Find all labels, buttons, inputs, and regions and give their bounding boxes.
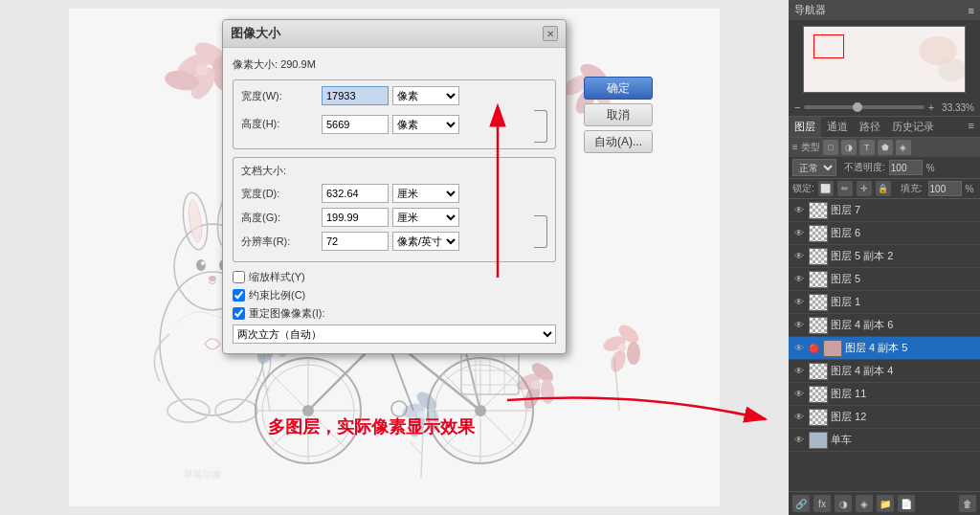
- confirm-button[interactable]: 确定: [584, 77, 653, 100]
- opacity-input[interactable]: [889, 160, 923, 175]
- layer-visibility-icon[interactable]: 👁: [792, 204, 806, 217]
- resolution-row: 分辨率(R): 像素/英寸: [241, 232, 532, 251]
- opacity-label: 不透明度:: [844, 161, 885, 174]
- layer-item[interactable]: 👁 图层 12: [789, 406, 980, 429]
- cancel-button[interactable]: 取消: [584, 103, 653, 126]
- scale-styles-checkbox[interactable]: [233, 271, 245, 283]
- adjust-filter-icon[interactable]: ◑: [841, 140, 857, 155]
- layer-item[interactable]: 👁 图层 5 副本 2: [789, 245, 980, 268]
- new-group-icon[interactable]: 📁: [877, 495, 894, 512]
- tab-channels[interactable]: 通道: [821, 117, 854, 137]
- doc-width-label: 宽度(D):: [241, 187, 318, 201]
- layer-thumbnail: [809, 248, 828, 265]
- layer-name: 图层 7: [831, 203, 976, 217]
- resolution-label: 分辨率(R):: [241, 235, 318, 249]
- layer-visibility-icon[interactable]: 👁: [792, 273, 806, 286]
- layer-visibility-icon[interactable]: 👁: [792, 250, 806, 263]
- pixel-filter-icon[interactable]: □: [823, 140, 838, 155]
- resolution-unit-select[interactable]: 像素/英寸: [392, 232, 459, 251]
- blend-mode-select[interactable]: 正常: [792, 159, 836, 176]
- layer-item[interactable]: 👁 图层 6: [789, 222, 980, 245]
- doc-height-unit-select[interactable]: 厘米: [392, 208, 459, 227]
- shape-filter-icon[interactable]: ⬟: [878, 140, 893, 155]
- zoom-in-icon[interactable]: +: [928, 101, 934, 113]
- link-layers-icon[interactable]: 🔗: [792, 495, 810, 512]
- resample-checkbox[interactable]: [233, 307, 245, 320]
- doc-width-input[interactable]: [322, 184, 389, 203]
- dialog-body: 像素大小: 290.9M 宽度(W): 像素: [223, 48, 566, 353]
- layer-visibility-icon[interactable]: 👁: [792, 388, 806, 401]
- fill-input[interactable]: [928, 181, 962, 196]
- doc-height-input[interactable]: [322, 208, 389, 227]
- layer-visibility-icon[interactable]: 👁: [792, 342, 806, 355]
- panel-menu-icon[interactable]: ≡: [963, 117, 980, 137]
- auto-button[interactable]: 自动(A)...: [584, 130, 653, 153]
- layer-name: 图层 5: [831, 272, 976, 286]
- lock-paint-icon[interactable]: ✏: [837, 181, 853, 196]
- height-input[interactable]: [322, 115, 389, 134]
- layer-name: 单车: [831, 433, 976, 447]
- layer-name: 图层 4 副本 6: [831, 318, 976, 332]
- resample-row: 重定图像像素(I):: [233, 306, 556, 321]
- layer-mask-icon[interactable]: ◑: [835, 495, 852, 512]
- layer-item[interactable]: 👁 图层 7: [789, 199, 980, 222]
- zoom-out-icon[interactable]: −: [794, 101, 800, 113]
- image-size-dialog: 图像大小 ✕ 像素大小: 290.9M 宽度(W):: [222, 19, 567, 354]
- layers-mode-row: 正常 不透明度: %: [789, 157, 980, 179]
- width-row: 宽度(W): 像素: [241, 86, 547, 105]
- navigator-title: 导航器: [794, 3, 826, 17]
- type-filter-icon[interactable]: T: [859, 140, 875, 155]
- tab-paths[interactable]: 路径: [854, 117, 886, 137]
- doc-size-title: 文档大小:: [241, 164, 547, 178]
- layer-visibility-icon[interactable]: 👁: [792, 411, 806, 424]
- height-label: 高度(H):: [241, 117, 318, 131]
- layer-item-active[interactable]: 👁 🔴 图层 4 副本 5: [789, 337, 980, 360]
- layers-bottom-bar: 🔗 fx ◑ ◈ 📁 📄 🗑: [789, 491, 980, 515]
- layer-style-icon[interactable]: fx: [813, 495, 831, 512]
- layer-name: 图层 1: [831, 295, 976, 309]
- tab-layers[interactable]: 图层: [789, 117, 821, 137]
- constrain-label: 约束比例(C): [249, 288, 305, 302]
- layer-item[interactable]: 👁 图层 5: [789, 268, 980, 291]
- navigator-expand-icon[interactable]: ≡: [969, 5, 974, 16]
- layer-visibility-icon[interactable]: 👁: [792, 227, 806, 240]
- tab-history[interactable]: 历史记录: [886, 117, 940, 137]
- zoom-slider[interactable]: [804, 105, 924, 109]
- layer-item[interactable]: 👁 图层 1: [789, 291, 980, 314]
- new-layer-icon[interactable]: 📄: [898, 495, 915, 512]
- width-label: 宽度(W):: [241, 89, 318, 103]
- lock-all-icon[interactable]: 🔒: [876, 181, 891, 196]
- layer-item[interactable]: 👁 图层 4 副本 4: [789, 360, 980, 383]
- layer-visibility-icon[interactable]: 👁: [792, 434, 806, 447]
- layer-name: 图层 5 副本 2: [831, 249, 976, 263]
- smart-filter-icon[interactable]: ◈: [896, 140, 911, 155]
- width-unit-select[interactable]: 像素: [392, 86, 459, 105]
- width-input[interactable]: [322, 86, 389, 105]
- doc-height-label: 高度(G):: [241, 211, 318, 225]
- layer-item[interactable]: 👁 图层 11: [789, 383, 980, 406]
- layer-thumbnail: [809, 294, 828, 311]
- lock-position-icon[interactable]: ✛: [857, 181, 872, 196]
- layer-name: 图层 4 副本 5: [845, 341, 976, 355]
- panel-tabs: 图层 通道 路径 历史记录 ≡: [789, 117, 980, 138]
- layer-item-last[interactable]: 👁 单车: [789, 429, 980, 452]
- adjustment-layer-icon[interactable]: ◈: [856, 495, 873, 512]
- layer-thumbnail: [809, 317, 828, 334]
- layers-type-row: ≡ 类型 □ ◑ T ⬟ ◈: [789, 138, 980, 157]
- layer-item[interactable]: 👁 图层 4 副本 6: [789, 314, 980, 337]
- layer-visibility-icon[interactable]: 👁: [792, 319, 806, 332]
- constrain-checkbox[interactable]: [233, 289, 245, 302]
- delete-layer-icon[interactable]: 🗑: [959, 495, 976, 512]
- doc-width-unit-select[interactable]: 厘米: [392, 184, 459, 203]
- pixel-dimensions-group: 宽度(W): 像素 高度(H):: [233, 79, 556, 149]
- layer-visibility-icon[interactable]: 👁: [792, 296, 806, 309]
- resample-method-select[interactable]: 两次立方（自动）: [233, 325, 556, 344]
- layer-thumbnail: [809, 225, 828, 242]
- dialog-title: 图像大小: [231, 25, 280, 42]
- layer-name: 图层 12: [831, 410, 976, 424]
- lock-transparent-icon[interactable]: ⬜: [818, 181, 834, 196]
- layer-visibility-icon[interactable]: 👁: [792, 365, 806, 378]
- height-unit-select[interactable]: 像素: [392, 115, 459, 134]
- dialog-close-button[interactable]: ✕: [543, 26, 558, 41]
- resolution-input[interactable]: [322, 232, 389, 251]
